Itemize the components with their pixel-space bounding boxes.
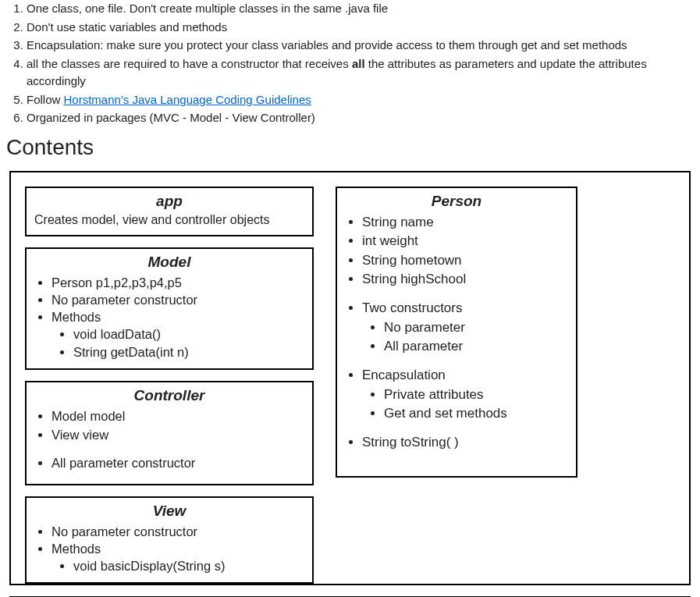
controller-box: Controller Model model View view All par… (25, 381, 314, 485)
rule-1: One class, one file. Don't create multip… (27, 0, 691, 18)
person-constructor-b: All parameter (384, 337, 568, 357)
person-tostring: String toString( ) (362, 433, 568, 453)
right-column: Person String name int weight String hom… (336, 187, 577, 478)
rule-5: Follow Horstmann's Java Language Coding … (27, 91, 691, 109)
view-item-2: Methods void basicDisplay(String s) (52, 540, 304, 575)
view-item-2a: void basicDisplay(String s) (73, 557, 304, 574)
model-box: Model Person p1,p2,p3,p4,p5 No parameter… (25, 247, 314, 370)
person-encapsulation-label: Encapsulation (362, 368, 446, 382)
rule-4: all the classes are required to have a c… (27, 55, 691, 91)
person-attr-1: String name (362, 213, 568, 233)
horstmann-link[interactable]: Horstmann's Java Language Coding Guideli… (64, 93, 311, 106)
diagram-container: app Creates model, view and controller o… (9, 171, 691, 586)
rule-3: Encapsulation: make sure you protect you… (27, 37, 691, 55)
view-item-2-label: Methods (52, 542, 101, 556)
model-item-3b: String getData(int n) (73, 343, 304, 361)
model-item-1: Person p1,p2,p3,p4,p5 (52, 274, 304, 291)
model-item-2: No parameter constructor (52, 291, 304, 308)
person-attr-2: int weight (362, 232, 568, 251)
controller-item-2: View view (52, 426, 304, 445)
controller-title: Controller (34, 387, 304, 404)
controller-item-3: All parameter constructor (52, 454, 304, 473)
controller-item-1: Model model (52, 407, 304, 426)
person-encap-a: Private attributes (384, 386, 568, 405)
person-box: Person String name int weight String hom… (336, 187, 577, 478)
model-item-3-label: Methods (52, 310, 101, 324)
person-attr-3: String hometown (362, 251, 568, 271)
rules-list: One class, one file. Don't create multip… (9, 0, 691, 127)
app-desc: Creates model, view and controller objec… (34, 213, 304, 227)
person-constructors-label: Two constructors (362, 300, 463, 315)
model-title: Model (34, 254, 304, 271)
view-title: View (34, 503, 304, 520)
rule-4-bold: all (352, 57, 365, 70)
person-title: Person (345, 193, 568, 210)
person-encapsulation: Encapsulation Private attributes Get and… (362, 366, 568, 424)
model-item-3: Methods void loadData() String getData(i… (52, 308, 304, 361)
app-box: app Creates model, view and controller o… (25, 187, 314, 236)
person-constructors: Two constructors No parameter All parame… (362, 299, 568, 357)
model-item-3a: void loadData() (73, 325, 304, 343)
left-column: app Creates model, view and controller o… (25, 187, 314, 585)
rule-5-prefix: Follow (27, 93, 64, 106)
person-encap-b: Get and set methods (384, 404, 568, 424)
rule-2: Don't use static variables and methods (27, 19, 691, 37)
contents-heading: Contents (6, 135, 691, 160)
app-title: app (34, 193, 304, 210)
rule-6: Organized in packages (MVC - Model - Vie… (27, 109, 691, 127)
rule-4-text-a: all the classes are required to have a c… (27, 57, 352, 70)
person-constructor-a: No parameter (384, 318, 568, 338)
view-item-1: No parameter constructor (52, 523, 304, 540)
view-box: View No parameter constructor Methods vo… (25, 496, 314, 585)
person-attr-4: String highSchool (362, 270, 568, 290)
